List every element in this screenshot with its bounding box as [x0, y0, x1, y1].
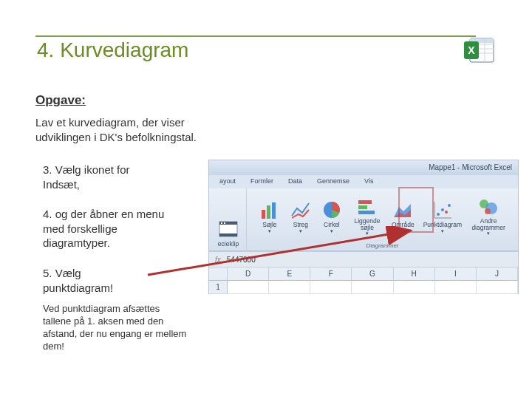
bar-chart-icon [356, 197, 378, 217]
col-j[interactable]: J [477, 267, 518, 281]
task-label: Opgave: [35, 93, 86, 108]
svg-rect-14 [267, 205, 270, 219]
clip-label: ecieklip [218, 240, 239, 248]
tab-formler[interactable]: Formler [243, 175, 281, 188]
col-i[interactable]: I [435, 267, 477, 281]
chart-sojle-button[interactable]: Søjle▾ [256, 198, 284, 236]
step-4: 4. og der åbner en menu med forskellige … [43, 207, 183, 250]
tab-data[interactable]: Data [281, 175, 310, 188]
chart-streg-button[interactable]: Streg▾ [287, 198, 315, 236]
svg-point-28 [485, 208, 491, 214]
svg-rect-10 [219, 233, 237, 236]
chart-omrade-button[interactable]: Område▾ [389, 198, 417, 236]
fx-icon[interactable]: fx [215, 256, 221, 264]
clip-button[interactable]: ecieklip [214, 217, 242, 249]
svg-point-23 [441, 208, 444, 211]
col-f[interactable]: F [310, 267, 352, 281]
svg-rect-13 [262, 210, 265, 219]
charts-group-label: Diagrammer [366, 242, 398, 249]
ribbon-tabs: ayout Formler Data Gennemse Vis [209, 175, 518, 188]
line-chart-icon [290, 200, 312, 220]
footnote: Ved punktdiagram afsættes tallene på 1. … [43, 303, 191, 353]
tab-gennemse[interactable]: Gennemse [310, 175, 357, 188]
column-headers: D E F G H I J [209, 267, 518, 281]
svg-rect-17 [358, 200, 372, 204]
column-chart-icon [259, 200, 281, 220]
excel-screenshot: Mappe1 - Microsoft Excel ayout Formler D… [208, 160, 519, 294]
svg-point-25 [448, 204, 451, 207]
charts-group: Søjle▾ Streg▾ Cirkel▾ Liggende søjle▾ Om… [247, 188, 518, 250]
page-title: 4. Kurvediagram [37, 38, 188, 62]
svg-point-24 [445, 211, 448, 214]
other-charts-icon [477, 197, 499, 217]
ribbon: ecieklip Søjle▾ Streg▾ Cirkel▾ [209, 188, 518, 251]
window-titlebar: Mappe1 - Microsoft Excel [209, 160, 518, 175]
chart-andre-button[interactable]: Andre diagrammer▾ [468, 195, 509, 238]
col-d[interactable]: D [228, 267, 269, 281]
svg-rect-12 [224, 222, 225, 224]
title-underline [35, 35, 476, 37]
tab-vis[interactable]: Vis [357, 175, 381, 188]
scatter-chart-icon [432, 200, 454, 220]
task-text: Lav et kurvediagram, der viser udvikling… [35, 115, 235, 144]
chart-punktdiagram-button[interactable]: Punktdiagram▾ [420, 198, 465, 236]
col-e[interactable]: E [269, 267, 310, 281]
col-g[interactable]: G [352, 267, 393, 281]
pie-chart-icon [321, 200, 343, 220]
row-1: 1 [209, 281, 518, 294]
area-chart-icon [392, 200, 414, 220]
chart-cirkel-button[interactable]: Cirkel▾ [318, 198, 346, 236]
step-5: 5. Vælg punktdiagram! [43, 266, 146, 295]
svg-rect-15 [272, 202, 276, 219]
row-header-1[interactable]: 1 [209, 281, 228, 294]
svg-rect-19 [358, 211, 375, 214]
col-h[interactable]: H [394, 267, 435, 281]
tab-layout[interactable]: ayout [212, 175, 243, 188]
chart-liggende-button[interactable]: Liggende søjle▾ [349, 195, 386, 238]
step-3: 3. Vælg ikonet for Indsæt, [43, 163, 168, 191]
clip-group: ecieklip [211, 188, 247, 250]
svg-rect-11 [221, 222, 222, 224]
svg-rect-18 [358, 205, 367, 209]
svg-point-22 [437, 213, 440, 216]
formula-bar: fx 5447000 [209, 251, 518, 267]
formula-value[interactable]: 5447000 [227, 256, 256, 264]
excel-logo-icon: X [464, 37, 495, 64]
svg-text:X: X [468, 44, 475, 56]
movieclip-icon [217, 219, 239, 239]
